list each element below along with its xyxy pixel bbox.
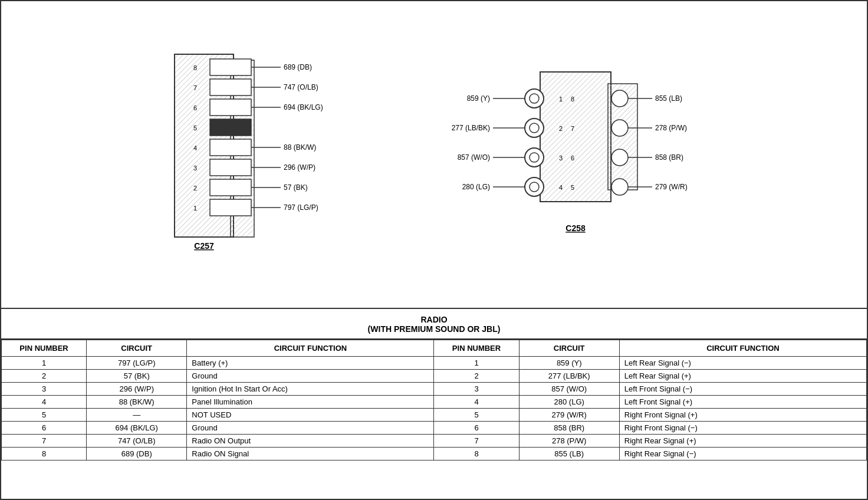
pin3-label: 296 (W/P) — [284, 163, 315, 172]
cell-func2: Right Front Signal (+) — [619, 409, 866, 422]
pin7-label: 747 (O/LB) — [284, 83, 318, 91]
cell-circuit1: 88 (BK/W) — [87, 396, 187, 409]
cell-circuit1: 694 (BK/LG) — [87, 422, 187, 435]
c258-right6-label: 858 (BR) — [655, 153, 683, 162]
pin8-label: 689 (DB) — [284, 63, 312, 71]
cell-circuit2: 279 (W/R) — [519, 409, 619, 422]
pin3-num: 3 — [193, 165, 197, 172]
header-func1: CIRCUIT FUNCTION — [187, 340, 434, 357]
svg-point-31 — [611, 149, 628, 166]
pin1-label: 797 (LG/P) — [284, 203, 318, 212]
c258-svg: 1 8 2 7 3 6 4 5 859 (Y) 277 (LB/BK) 857 … — [458, 48, 729, 261]
cell-pin2: 1 — [434, 357, 519, 370]
connector-c257: 8 7 6 5 4 3 2 1 689 (DB) 747 (O/LB) 694 … — [139, 48, 340, 261]
c258-label: C258 — [565, 223, 586, 233]
cell-circuit2: 855 (LB) — [519, 448, 619, 460]
cell-pin1: 1 — [2, 357, 87, 370]
svg-rect-9 — [210, 179, 251, 196]
cell-pin2: 3 — [434, 383, 519, 396]
header-pin2: PIN NUMBER — [434, 340, 519, 357]
cell-circuit1: 797 (LG/P) — [87, 357, 187, 370]
c258-left3-label: 857 (W/O) — [458, 153, 490, 162]
svg-rect-3 — [210, 59, 251, 75]
cell-func2: Right Front Signal (−) — [619, 422, 866, 435]
cell-circuit2: 857 (W/O) — [519, 383, 619, 396]
table-row: 6 694 (BK/LG) Ground 6 858 (BR) Right Fr… — [2, 422, 867, 435]
diagram-area: 8 7 6 5 4 3 2 1 689 (DB) 747 (O/LB) 694 … — [1, 1, 867, 308]
c258-left4-label: 280 (LG) — [462, 183, 490, 191]
c258-pin6-inner: 6 — [571, 154, 574, 162]
cell-func2: Left Rear Signal (+) — [619, 370, 866, 383]
c257-label: C257 — [194, 241, 214, 251]
table-area: PIN NUMBER CIRCUIT CIRCUIT FUNCTION PIN … — [1, 338, 867, 499]
c258-right8-label: 855 (LB) — [655, 94, 682, 103]
cell-pin1: 8 — [2, 448, 87, 460]
svg-rect-8 — [210, 159, 251, 176]
title-line1: RADIO — [1, 315, 867, 324]
pin8-num: 8 — [193, 64, 197, 71]
svg-point-28 — [530, 182, 539, 192]
cell-pin1: 4 — [2, 396, 87, 409]
cell-pin1: 5 — [2, 409, 87, 422]
cell-circuit1: 296 (W/P) — [87, 383, 187, 396]
cell-circuit2: 280 (LG) — [519, 396, 619, 409]
svg-rect-6 — [210, 119, 251, 136]
cell-func1: Radio ON Signal — [187, 448, 434, 460]
cell-func1: Ignition (Hot In Start Or Acc) — [187, 383, 434, 396]
pin7-num: 7 — [193, 84, 197, 91]
header-pin1: PIN NUMBER — [2, 340, 87, 357]
cell-circuit2: 858 (BR) — [519, 422, 619, 435]
header-circuit2: CIRCUIT — [519, 340, 619, 357]
pin-table: PIN NUMBER CIRCUIT CIRCUIT FUNCTION PIN … — [1, 340, 867, 460]
header-func2: CIRCUIT FUNCTION — [619, 340, 866, 357]
svg-rect-19 — [540, 72, 611, 202]
pin4-label: 88 (BK/W) — [284, 143, 316, 152]
cell-pin1: 3 — [2, 383, 87, 396]
cell-circuit2: 277 (LB/BK) — [519, 370, 619, 383]
cell-circuit2: 278 (P/W) — [519, 435, 619, 448]
table-row: 3 296 (W/P) Ignition (Hot In Start Or Ac… — [2, 383, 867, 396]
page-container: 8 7 6 5 4 3 2 1 689 (DB) 747 (O/LB) 694 … — [0, 0, 868, 500]
cell-pin2: 2 — [434, 370, 519, 383]
c258-pin4-inner: 4 — [559, 184, 563, 191]
svg-point-24 — [530, 123, 539, 133]
cell-func2: Left Front Signal (−) — [619, 383, 866, 396]
cell-func1: Panel Illumination — [187, 396, 434, 409]
cell-pin2: 4 — [434, 396, 519, 409]
c257-svg: 8 7 6 5 4 3 2 1 689 (DB) 747 (O/LB) 694 … — [139, 48, 340, 261]
c258-pin5-inner: 5 — [571, 184, 574, 191]
cell-pin1: 2 — [2, 370, 87, 383]
c258-pin1-inner: 1 — [559, 96, 563, 103]
cell-func1: NOT USED — [187, 409, 434, 422]
c258-left2-label: 277 (LB/BK) — [452, 124, 490, 132]
cell-func1: Ground — [187, 422, 434, 435]
svg-point-30 — [611, 120, 628, 136]
title-area: RADIO (WITH PREMIUM SOUND OR JBL) — [1, 308, 867, 338]
c258-right5-label: 279 (W/R) — [655, 183, 688, 191]
c258-pin2-inner: 2 — [559, 125, 563, 132]
c258-pin8-inner: 8 — [571, 96, 574, 103]
pin1-num: 1 — [193, 205, 197, 212]
cell-pin2: 6 — [434, 422, 519, 435]
svg-rect-4 — [210, 79, 251, 96]
cell-pin2: 5 — [434, 409, 519, 422]
cell-circuit2: 859 (Y) — [519, 357, 619, 370]
table-row: 4 88 (BK/W) Panel Illumination 4 280 (LG… — [2, 396, 867, 409]
cell-circuit1: 747 (O/LB) — [87, 435, 187, 448]
svg-point-29 — [611, 90, 628, 107]
title-line2: (WITH PREMIUM SOUND OR JBL) — [1, 324, 867, 334]
cell-func2: Right Rear Signal (+) — [619, 435, 866, 448]
svg-rect-5 — [210, 99, 251, 116]
c258-pin3-inner: 3 — [559, 154, 563, 162]
cell-func1: Ground — [187, 370, 434, 383]
connector-c258: 1 8 2 7 3 6 4 5 859 (Y) 277 (LB/BK) 857 … — [458, 48, 729, 261]
pin6-label: 694 (BK/LG) — [284, 103, 323, 111]
table-row: 1 797 (LG/P) Battery (+) 1 859 (Y) Left … — [2, 357, 867, 370]
table-row: 8 689 (DB) Radio ON Signal 8 855 (LB) Ri… — [2, 448, 867, 460]
cell-func2: Left Rear Signal (−) — [619, 357, 866, 370]
pin2-num: 2 — [193, 185, 197, 192]
cell-pin2: 7 — [434, 435, 519, 448]
cell-circuit1: 57 (BK) — [87, 370, 187, 383]
svg-point-22 — [530, 94, 539, 103]
cell-pin2: 8 — [434, 448, 519, 460]
